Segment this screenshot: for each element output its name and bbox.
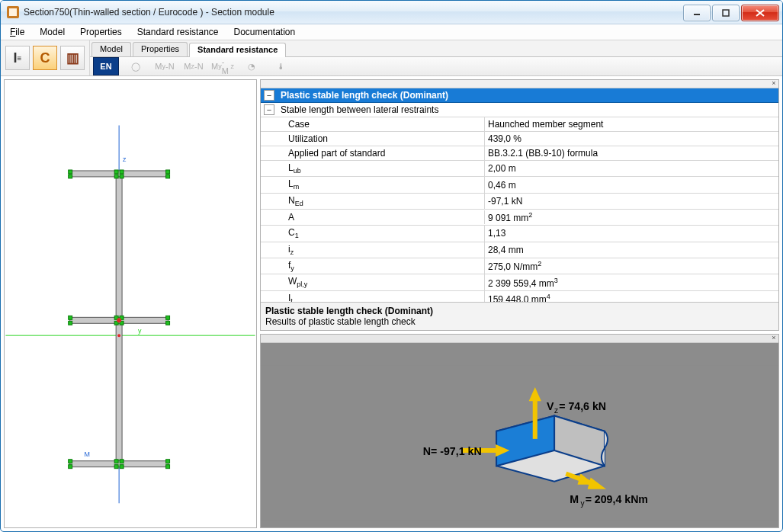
collapse-header-button[interactable]: − xyxy=(264,90,274,101)
svg-rect-16 xyxy=(114,175,118,178)
pg-header-row[interactable]: − Plastic stable length check (Dominant) xyxy=(261,88,778,103)
right-toolbar: Model Properties Standard resistance EN … xyxy=(90,40,782,75)
pg-data-row[interactable]: iz28,4 mm xyxy=(261,242,778,258)
pg-label: Wpl,y xyxy=(261,274,485,290)
svg-text:V: V xyxy=(547,401,554,413)
pg-label: C1 xyxy=(261,226,485,241)
pg-value: 439,0 % xyxy=(485,132,778,146)
section-i-button[interactable]: I≡ xyxy=(5,46,30,70)
pg-data-row[interactable]: CaseHaunched member segment xyxy=(261,117,778,132)
svg-rect-17 xyxy=(120,175,124,178)
pg-footer: Plastic stable length check (Dominant) R… xyxy=(261,302,778,330)
collapse-sub1-button[interactable]: − xyxy=(264,104,274,115)
pg-footer-title: Plastic stable length check (Dominant) xyxy=(265,306,774,316)
pg-data-row[interactable]: Utilization439,0 % xyxy=(261,132,778,146)
svg-rect-11 xyxy=(166,170,170,174)
app-icon xyxy=(7,6,19,18)
pg-label: Case xyxy=(261,117,485,131)
pg-sub1-row[interactable]: − Stable length between lateral restrain… xyxy=(261,103,778,117)
results-panel: × − Plastic stable length check (Dominan… xyxy=(260,79,779,331)
svg-rect-12 xyxy=(69,175,72,178)
window-buttons xyxy=(683,3,781,21)
menu-standard-resistance[interactable]: Standard resistance xyxy=(131,25,225,39)
section-view[interactable]: z M y xyxy=(4,79,257,528)
pg-data-row[interactable]: C11,13 xyxy=(261,226,778,242)
pg-value: 275,0 N/mm2 xyxy=(485,258,778,274)
svg-rect-19 xyxy=(166,316,170,319)
svg-rect-31 xyxy=(120,460,124,463)
svg-text:= 74,6 kN: = 74,6 kN xyxy=(559,401,606,413)
section-c-button[interactable]: C xyxy=(33,46,57,70)
titlebar: Section750(Thin-walled section / Eurocod… xyxy=(1,1,782,24)
svg-rect-13 xyxy=(166,175,170,178)
tab-properties[interactable]: Properties xyxy=(133,42,188,56)
pg-data-row[interactable]: It159 448,0 mm4 xyxy=(261,291,778,303)
results-close-button[interactable]: × xyxy=(769,80,778,88)
menu-file[interactable]: File xyxy=(4,25,30,39)
menu-properties[interactable]: Properties xyxy=(74,25,128,39)
pg-label: iz xyxy=(261,242,485,258)
svg-rect-9 xyxy=(70,461,168,467)
close-icon xyxy=(756,9,765,17)
svg-text:M: M xyxy=(570,493,579,505)
pg-label: Lub xyxy=(261,161,485,176)
tab-model[interactable]: Model xyxy=(91,42,131,56)
pg-data-row[interactable]: NEd-97,1 kN xyxy=(261,194,778,210)
tool-disabled-2: My-N xyxy=(152,57,177,75)
menu-model[interactable]: Model xyxy=(34,25,71,39)
pg-data-row[interactable]: fy275,0 N/mm2 xyxy=(261,258,778,274)
forces-viz[interactable]: V z = 74,6 kN N= -97,1 kN M y = 209,4 kN… xyxy=(261,343,778,527)
tool-disabled-4: My-Mz xyxy=(210,57,235,75)
svg-rect-15 xyxy=(120,170,124,174)
pg-data-row[interactable]: A9 091 mm2 xyxy=(261,210,778,226)
pg-value: Haunched member segment xyxy=(485,117,778,131)
menu-documentation[interactable]: Documentation xyxy=(227,25,301,39)
pg-data-row[interactable]: Wpl,y2 399 559,4 mm3 xyxy=(261,274,778,290)
pg-data-row[interactable]: Lub2,00 m xyxy=(261,161,778,177)
svg-rect-14 xyxy=(114,170,118,174)
pg-value: 28,4 mm xyxy=(485,243,778,257)
sub-tabs: Model Properties Standard resistance xyxy=(90,40,782,57)
code-flag-button[interactable]: EN xyxy=(93,57,119,75)
content-area: z M y × − Plastic stable length check (D… xyxy=(1,76,782,531)
pg-value: 2 399 559,4 mm3 xyxy=(485,275,778,290)
sub-toolbar: EN ◯ My-N Mz-N My-Mz ◔ 🌡 xyxy=(90,57,782,75)
pg-label: Utilization xyxy=(261,132,485,146)
pg-value: -97,1 kN xyxy=(485,194,778,208)
forces-panel-head: × xyxy=(261,335,778,343)
tab-standard-resistance[interactable]: Standard resistance xyxy=(189,43,286,57)
svg-rect-33 xyxy=(120,465,124,469)
close-button[interactable] xyxy=(741,5,779,21)
pg-data-row[interactable]: Lm0,46 m xyxy=(261,177,778,193)
svg-text:z: z xyxy=(123,155,127,163)
svg-rect-32 xyxy=(114,465,118,469)
minimize-button[interactable] xyxy=(683,5,711,21)
svg-rect-18 xyxy=(69,316,72,319)
svg-rect-21 xyxy=(166,321,170,325)
pg-data-row[interactable]: Applied part of standardBB.3.2.1 (BB.9-1… xyxy=(261,146,778,161)
svg-text:= 209,4 kNm: = 209,4 kNm xyxy=(586,493,648,505)
section-drawing: z M y xyxy=(5,80,256,527)
pg-label: It xyxy=(261,291,485,303)
pg-body: CaseHaunched member segmentUtilization43… xyxy=(261,117,778,302)
maximize-icon xyxy=(722,9,730,17)
svg-rect-6 xyxy=(70,171,168,177)
svg-rect-20 xyxy=(69,321,72,325)
section-brick-button[interactable]: ▥ xyxy=(60,46,85,70)
svg-rect-28 xyxy=(69,465,72,469)
svg-rect-10 xyxy=(69,170,72,174)
pg-value: 2,00 m xyxy=(485,162,778,175)
pg-label: A xyxy=(261,210,485,224)
menubar: File Model Properties Standard resistanc… xyxy=(1,24,782,40)
results-scroll[interactable]: − Plastic stable length check (Dominant)… xyxy=(261,88,778,302)
pg-footer-desc: Results of plastic stable length check xyxy=(265,316,774,327)
svg-point-35 xyxy=(117,334,120,337)
svg-rect-30 xyxy=(114,460,118,463)
pg-header-label: Plastic stable length check (Dominant) xyxy=(278,88,778,102)
svg-text:M: M xyxy=(85,450,90,458)
svg-rect-27 xyxy=(166,460,170,463)
svg-rect-1 xyxy=(723,10,729,16)
pg-sub1-label: Stable length between lateral restraints xyxy=(278,103,778,117)
maximize-button[interactable] xyxy=(712,5,740,21)
forces-close-button[interactable]: × xyxy=(769,335,778,342)
